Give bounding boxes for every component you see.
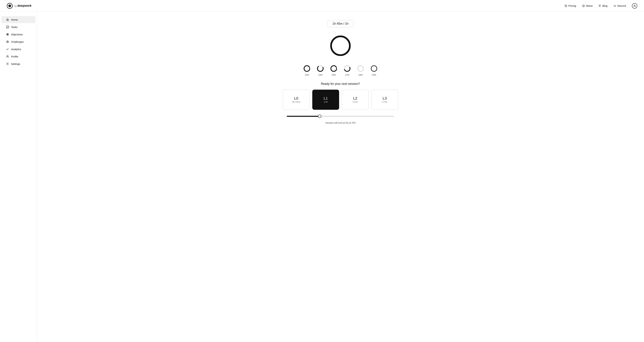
session-end-time: Session will end at 05:41 PM <box>325 121 356 124</box>
svg-point-4 <box>634 5 635 6</box>
streak-row: 14th 15th 16th <box>303 65 378 76</box>
streak-dot-15 <box>317 65 324 72</box>
streak-dot-18 <box>357 65 364 72</box>
blog-icon <box>598 4 601 7</box>
sidebar-item-analytics[interactable]: Analytics <box>1 45 36 53</box>
svg-point-9 <box>7 55 8 57</box>
streak-day-18: 18th <box>357 65 364 76</box>
main-ring-svg <box>329 34 352 57</box>
sidebar-item-home[interactable]: Home <box>1 16 36 23</box>
about-icon <box>582 4 585 7</box>
streak-day-14: 14th <box>303 65 310 76</box>
app-layout: Home Tasks Objectives Challenges Analyti… <box>0 0 644 342</box>
blog-link[interactable]: Blog <box>598 4 608 7</box>
level-card-l1[interactable]: L1 1 hr <box>312 90 339 110</box>
analytics-icon <box>6 47 9 51</box>
streak-day-17: 17th <box>344 65 351 76</box>
svg-point-12 <box>304 66 310 71</box>
streak-dot-19 <box>370 65 378 72</box>
level-card-l0[interactable]: L0 30 mins <box>283 90 310 110</box>
streak-day-16: 16th <box>330 65 338 76</box>
svg-point-11 <box>331 36 350 55</box>
nav-links: Pricing About Blog Discord <box>564 3 637 8</box>
svg-rect-5 <box>6 26 9 28</box>
top-navigation: try deepwork Pricing About Blog Discord <box>0 0 644 12</box>
about-link[interactable]: About <box>582 4 592 7</box>
level-card-l2[interactable]: L2 2 hrs <box>342 90 368 110</box>
svg-point-1 <box>8 4 11 7</box>
sidebar-item-objectives[interactable]: Objectives <box>1 31 36 38</box>
objectives-icon <box>6 33 9 36</box>
pricing-icon <box>564 4 567 7</box>
home-icon <box>6 18 9 21</box>
user-icon <box>633 4 636 7</box>
streak-dot-17 <box>344 65 351 72</box>
svg-point-15 <box>331 66 336 71</box>
user-avatar[interactable] <box>632 3 637 8</box>
discord-icon <box>614 4 616 7</box>
settings-icon <box>6 62 9 65</box>
discord-link[interactable]: Discord <box>614 4 626 7</box>
timer-display: 1h 45m / 1h <box>327 20 354 27</box>
main-ring <box>329 34 352 58</box>
streak-dot-14 <box>303 65 310 72</box>
svg-point-18 <box>358 66 364 71</box>
svg-point-19 <box>371 66 377 71</box>
session-question: Ready for your next session? <box>321 82 360 86</box>
session-slider[interactable] <box>287 116 394 117</box>
sidebar-item-profile[interactable]: Profile <box>1 53 36 60</box>
svg-point-10 <box>7 63 8 64</box>
streak-day-15: 15th <box>317 65 324 76</box>
sidebar-item-tasks[interactable]: Tasks <box>1 23 36 30</box>
profile-icon <box>6 55 9 58</box>
tasks-icon <box>6 25 9 28</box>
pricing-link[interactable]: Pricing <box>564 4 576 7</box>
level-card-l3[interactable]: L3 4 hrs <box>371 90 398 110</box>
sidebar-item-settings[interactable]: Settings <box>1 60 36 67</box>
logo[interactable]: try deepwork <box>7 3 32 9</box>
logo-icon <box>7 3 13 9</box>
challenges-icon <box>6 40 9 43</box>
svg-point-8 <box>8 34 8 34</box>
streak-day-19: 19th <box>370 65 378 76</box>
sidebar: Home Tasks Objectives Challenges Analyti… <box>0 12 37 342</box>
level-cards: L0 30 mins L1 1 hr L2 2 hrs L3 4 hrs <box>283 90 398 110</box>
logo-text: try deepwork <box>14 4 32 7</box>
streak-dot-16 <box>330 65 338 72</box>
session-slider-container <box>287 114 394 117</box>
main-content: 1h 45m / 1h 14th 15th <box>37 12 644 342</box>
sidebar-item-challenges[interactable]: Challenges <box>1 38 36 45</box>
